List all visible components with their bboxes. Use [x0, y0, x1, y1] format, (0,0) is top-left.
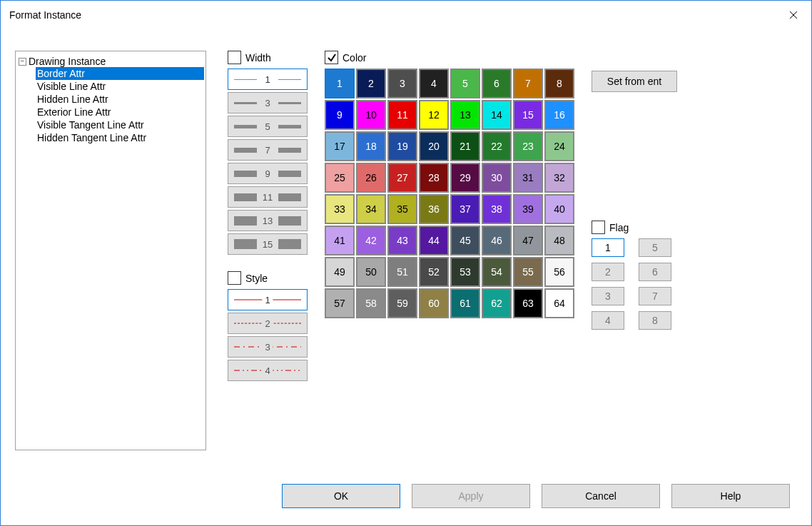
color-swatch-28[interactable]: 28 [419, 163, 449, 193]
color-swatch-61[interactable]: 61 [450, 288, 480, 318]
style-option-4[interactable]: 4 [228, 360, 308, 381]
color-swatch-55[interactable]: 55 [513, 257, 543, 287]
color-swatch-10[interactable]: 10 [356, 100, 386, 130]
style-option-1[interactable]: 1 [228, 289, 308, 310]
color-swatch-19[interactable]: 19 [387, 131, 417, 161]
color-swatch-8[interactable]: 8 [544, 69, 574, 98]
width-option-5[interactable]: 5 [228, 116, 308, 137]
width-option-3[interactable]: 3 [228, 92, 308, 113]
width-checkbox[interactable] [228, 51, 241, 64]
color-swatch-27[interactable]: 27 [387, 163, 417, 193]
color-swatch-35[interactable]: 35 [387, 194, 417, 224]
color-swatch-12[interactable]: 12 [419, 100, 449, 130]
tree-item-hidden-line-attr[interactable]: Hidden Line Attr [36, 93, 204, 106]
color-swatch-37[interactable]: 37 [450, 194, 480, 224]
tree-item-visible-line-attr[interactable]: Visible Line Attr [36, 80, 204, 93]
color-swatch-45[interactable]: 45 [450, 226, 480, 256]
help-button[interactable]: Help [671, 484, 790, 508]
color-swatch-26[interactable]: 26 [356, 163, 386, 193]
width-option-11[interactable]: 11 [228, 186, 308, 208]
color-swatch-52[interactable]: 52 [419, 257, 449, 287]
color-swatch-1[interactable]: 1 [325, 69, 355, 98]
color-swatch-43[interactable]: 43 [387, 226, 417, 256]
color-swatch-56[interactable]: 56 [544, 257, 574, 287]
flag-checkbox[interactable] [592, 221, 605, 234]
color-swatch-32[interactable]: 32 [544, 163, 574, 193]
color-swatch-38[interactable]: 38 [482, 194, 512, 224]
color-swatch-39[interactable]: 39 [513, 194, 543, 224]
color-swatch-51[interactable]: 51 [387, 257, 417, 287]
color-swatch-54[interactable]: 54 [482, 257, 512, 287]
color-swatch-63[interactable]: 63 [513, 288, 543, 318]
color-swatch-49[interactable]: 49 [325, 257, 355, 287]
flag-option-8[interactable]: 8 [639, 311, 671, 330]
color-swatch-50[interactable]: 50 [356, 257, 386, 287]
color-swatch-64[interactable]: 64 [544, 288, 574, 318]
color-checkbox[interactable] [325, 51, 338, 64]
color-swatch-62[interactable]: 62 [482, 288, 512, 318]
cancel-button[interactable]: Cancel [542, 484, 660, 508]
color-swatch-41[interactable]: 41 [325, 226, 355, 256]
apply-button[interactable]: Apply [412, 484, 530, 508]
width-option-9[interactable]: 9 [228, 163, 308, 184]
color-swatch-44[interactable]: 44 [419, 226, 449, 256]
color-swatch-2[interactable]: 2 [356, 69, 386, 98]
color-swatch-20[interactable]: 20 [419, 131, 449, 161]
color-swatch-22[interactable]: 22 [482, 131, 512, 161]
color-swatch-42[interactable]: 42 [356, 226, 386, 256]
color-swatch-59[interactable]: 59 [387, 288, 417, 318]
color-swatch-46[interactable]: 46 [482, 226, 512, 256]
color-swatch-36[interactable]: 36 [419, 194, 449, 224]
tree-collapse-icon[interactable]: − [19, 58, 26, 66]
flag-option-2[interactable]: 2 [592, 263, 624, 281]
color-swatch-3[interactable]: 3 [387, 69, 417, 98]
color-swatch-29[interactable]: 29 [450, 163, 480, 193]
color-swatch-30[interactable]: 30 [482, 163, 512, 193]
flag-option-6[interactable]: 6 [639, 263, 671, 281]
tree-item-exterior-line-attr[interactable]: Exterior Line Attr [36, 106, 204, 118]
ok-button[interactable]: OK [282, 484, 400, 508]
color-swatch-18[interactable]: 18 [356, 131, 386, 161]
flag-option-1[interactable]: 1 [592, 238, 624, 257]
color-swatch-60[interactable]: 60 [419, 288, 449, 318]
color-swatch-40[interactable]: 40 [544, 194, 574, 224]
color-swatch-17[interactable]: 17 [325, 131, 355, 161]
color-swatch-23[interactable]: 23 [513, 131, 543, 161]
color-swatch-34[interactable]: 34 [356, 194, 386, 224]
color-swatch-14[interactable]: 14 [482, 100, 512, 130]
color-swatch-4[interactable]: 4 [419, 69, 449, 98]
color-swatch-7[interactable]: 7 [513, 69, 543, 98]
flag-option-3[interactable]: 3 [592, 287, 624, 305]
flag-option-7[interactable]: 7 [639, 287, 671, 305]
color-swatch-33[interactable]: 33 [325, 194, 355, 224]
color-swatch-15[interactable]: 15 [513, 100, 543, 130]
tree-item-visible-tangent-line-attr[interactable]: Visible Tangent Line Attr [36, 118, 204, 131]
width-option-15[interactable]: 15 [228, 233, 308, 255]
tree-root[interactable]: − Drawing Instance [17, 56, 204, 67]
style-checkbox[interactable] [228, 271, 241, 285]
color-swatch-48[interactable]: 48 [544, 226, 574, 256]
tree-item-hidden-tangent-line-attr[interactable]: Hidden Tangent Line Attr [36, 131, 204, 144]
width-option-1[interactable]: 1 [228, 69, 308, 90]
color-swatch-5[interactable]: 5 [450, 69, 480, 98]
color-swatch-16[interactable]: 16 [544, 100, 574, 130]
flag-option-5[interactable]: 5 [639, 238, 671, 257]
color-swatch-53[interactable]: 53 [450, 257, 480, 287]
color-swatch-31[interactable]: 31 [513, 163, 543, 193]
width-option-13[interactable]: 13 [228, 210, 308, 231]
style-option-2[interactable]: 2 [228, 313, 308, 334]
color-swatch-21[interactable]: 21 [450, 131, 480, 161]
color-swatch-24[interactable]: 24 [544, 131, 574, 161]
tree-item-border-attr[interactable]: Border Attr [36, 67, 204, 80]
color-swatch-9[interactable]: 9 [325, 100, 355, 130]
color-swatch-13[interactable]: 13 [450, 100, 480, 130]
color-swatch-57[interactable]: 57 [325, 288, 355, 318]
color-swatch-47[interactable]: 47 [513, 226, 543, 256]
flag-option-4[interactable]: 4 [592, 311, 624, 330]
style-option-3[interactable]: 3 [228, 336, 308, 358]
set-from-ent-button[interactable]: Set from ent [592, 71, 677, 92]
color-swatch-58[interactable]: 58 [356, 288, 386, 318]
close-button[interactable] [776, 1, 811, 29]
color-swatch-6[interactable]: 6 [482, 69, 512, 98]
color-swatch-11[interactable]: 11 [387, 100, 417, 130]
